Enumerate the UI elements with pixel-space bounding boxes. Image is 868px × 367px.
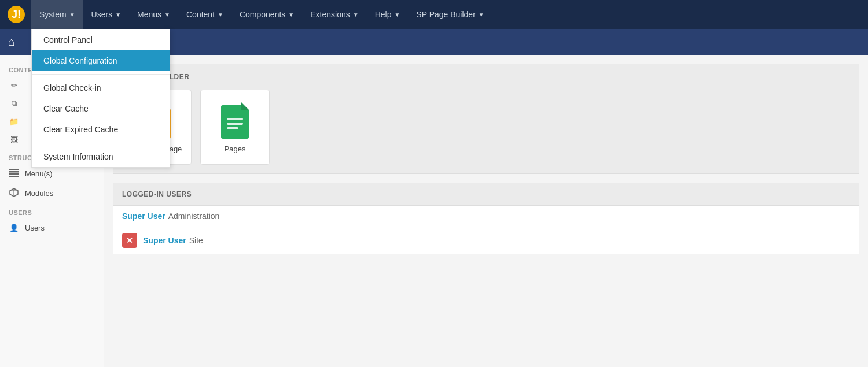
dropdown-divider-1 (32, 74, 170, 75)
nav-extensions-label: Extensions (310, 10, 350, 19)
svg-rect-5 (9, 176, 19, 177)
nav-system-caret: ▼ (69, 12, 75, 18)
user-2-context: Site (189, 236, 203, 245)
sp-page-builder-items: + Add New Page Pages (122, 90, 850, 165)
main-content: SP PAGE BUILDER + Add New Page (104, 55, 868, 367)
image-icon: 🖼 (9, 135, 19, 144)
joomla-logo[interactable]: J! (6, 4, 27, 25)
home-icon[interactable]: ⌂ (8, 35, 15, 49)
user-2-x-badge[interactable]: ✕ (122, 233, 137, 248)
dropdown-item-global-configuration[interactable]: Global Configuration (32, 50, 170, 71)
logged-in-users-card: LOGGED-IN USERS Super User Administratio… (113, 183, 859, 254)
navbar: J! System ▼ Control Panel Global Configu… (0, 0, 868, 29)
sidebar-item-users[interactable]: 👤 Users (0, 219, 104, 237)
folder-icon: 📁 (9, 117, 19, 126)
nav-menus-label: Menus (137, 10, 161, 19)
edit-icon: ✏ (9, 81, 19, 90)
nav-item-content[interactable]: Content ▼ (178, 0, 231, 29)
user-row-1: Super User Administration (113, 206, 859, 227)
sidebar-modules-label: Modules (25, 189, 53, 198)
pages-button[interactable]: Pages (200, 90, 270, 165)
nav-components-label: Components (240, 10, 285, 19)
sp-page-builder-card: SP PAGE BUILDER + Add New Page (113, 64, 859, 174)
cube-icon (9, 188, 19, 199)
nav-item-components[interactable]: Components ▼ (231, 0, 302, 29)
nav-item-menus[interactable]: Menus ▼ (129, 0, 178, 29)
dropdown-item-control-panel[interactable]: Control Panel (32, 29, 170, 50)
sp-page-builder-title: SP PAGE BUILDER (122, 73, 850, 81)
nav-system-wrapper: System ▼ Control Panel Global Configurat… (31, 0, 83, 29)
nav-content-caret: ▼ (218, 12, 223, 18)
nav-system-label: System (39, 10, 67, 19)
users-icon: 👤 (9, 224, 19, 232)
pages-icon (219, 102, 251, 139)
nav-menus-caret: ▼ (164, 12, 170, 18)
user-1-link[interactable]: Super User (122, 212, 165, 221)
pages-label: Pages (225, 144, 246, 153)
system-dropdown: Control Panel Global Configuration Globa… (31, 29, 170, 168)
dropdown-item-clear-cache[interactable]: Clear Cache (32, 98, 170, 119)
nav-item-extensions[interactable]: Extensions ▼ (302, 0, 366, 29)
svg-rect-2 (9, 169, 19, 170)
user-2-link[interactable]: Super User (143, 236, 186, 245)
sidebar-users-label: Users (25, 224, 45, 232)
nav-help-label: Help (375, 10, 392, 19)
svg-rect-3 (9, 171, 19, 173)
dropdown-item-global-check-in[interactable]: Global Check-in (32, 77, 170, 98)
nav-spbuilder-label: SP Page Builder (416, 10, 475, 19)
sidebar-item-modules[interactable]: Modules (0, 183, 104, 203)
svg-text:J!: J! (12, 9, 21, 20)
sidebar-menus-label: Menu(s) (25, 169, 53, 178)
nav-item-spbuilder[interactable]: SP Page Builder ▼ (408, 0, 492, 29)
nav-item-users[interactable]: Users ▼ (83, 0, 129, 29)
list-icon (9, 169, 19, 179)
nav-users-caret: ▼ (115, 12, 121, 18)
user-row-2: ✕ Super User Site (113, 227, 859, 254)
nav-components-caret: ▼ (288, 12, 294, 18)
logged-in-users-title: LOGGED-IN USERS (113, 183, 859, 206)
nav-spbuilder-caret: ▼ (479, 12, 484, 18)
nav-item-system[interactable]: System ▼ (31, 0, 83, 29)
sidebar-section-users: USERS (0, 203, 104, 219)
nav-extensions-caret: ▼ (353, 12, 359, 18)
nav-item-help[interactable]: Help ▼ (367, 0, 409, 29)
dropdown-divider-2 (32, 143, 170, 143)
dropdown-item-clear-expired-cache[interactable]: Clear Expired Cache (32, 119, 170, 140)
nav-content-label: Content (186, 10, 215, 19)
dropdown-item-system-information[interactable]: System Information (32, 146, 170, 167)
svg-rect-4 (9, 173, 19, 175)
user-1-context: Administration (168, 212, 220, 221)
nav-users-label: Users (91, 10, 113, 19)
nav-help-caret: ▼ (394, 12, 400, 18)
copy-icon: ⧉ (9, 99, 19, 108)
